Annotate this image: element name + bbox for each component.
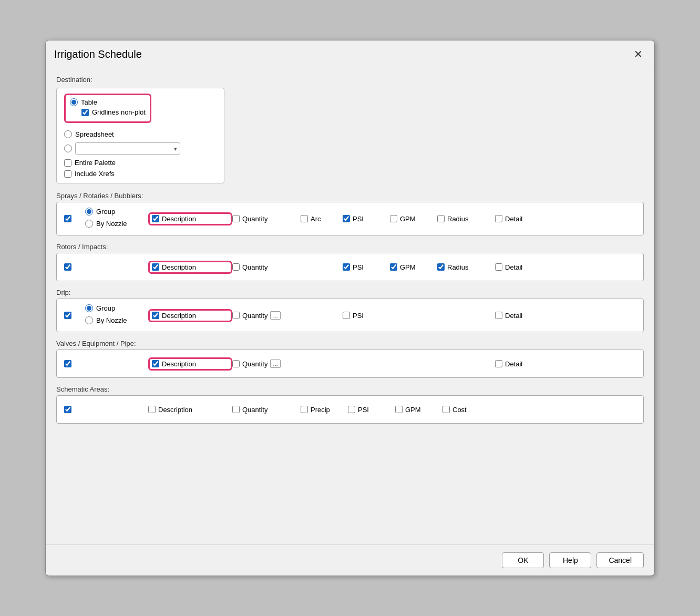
schematic-cost-checkbox[interactable] — [442, 406, 450, 413]
sprays-detail-col: Detail — [495, 215, 542, 223]
valves-detail-checkbox[interactable] — [495, 360, 502, 367]
sprays-psi-checkbox[interactable] — [343, 215, 350, 222]
schematic-cost-col: Cost — [442, 406, 490, 414]
ok-button[interactable]: OK — [502, 552, 544, 568]
schematic-precip-col: Precip — [301, 406, 348, 414]
entire-palette-label[interactable]: Entire Palette — [75, 159, 116, 167]
valves-description-checkbox[interactable] — [152, 360, 159, 367]
rotors-detail-label[interactable]: Detail — [505, 263, 522, 271]
rotors-detail-col: Detail — [495, 263, 542, 271]
drip-detail-checkbox[interactable] — [495, 312, 502, 319]
rotors-row: Description Quantity PSI GPM Radius — [57, 253, 643, 281]
sprays-description-checkbox[interactable] — [152, 215, 159, 222]
dest-dropdown[interactable] — [75, 142, 180, 155]
drip-quantity-label[interactable]: Quantity — [242, 312, 267, 320]
drip-quantity-col: Quantity ... — [232, 311, 301, 320]
rotors-psi-label[interactable]: PSI — [353, 263, 364, 271]
drip-nozzle-label[interactable]: By Nozzle — [96, 316, 127, 324]
schematic-gpm-label[interactable]: GPM — [405, 406, 421, 414]
sprays-nozzle-label[interactable]: By Nozzle — [96, 220, 127, 228]
schematic-description-label[interactable]: Description — [158, 406, 192, 414]
entire-palette-checkbox[interactable] — [64, 159, 71, 167]
rotors-description-checkbox[interactable] — [152, 263, 159, 271]
schematic-enabled-checkbox[interactable] — [64, 406, 71, 413]
sprays-enabled-checkbox[interactable] — [64, 215, 71, 222]
rotors-gpm-col: GPM — [390, 263, 437, 271]
schematic-quantity-checkbox[interactable] — [232, 406, 240, 413]
sprays-group-label[interactable]: Group — [96, 208, 115, 215]
schematic-enabled-col — [64, 406, 85, 413]
sprays-gpm-checkbox[interactable] — [390, 215, 397, 222]
rotors-gpm-checkbox[interactable] — [390, 263, 397, 271]
include-xrefs-label[interactable]: Include Xrefs — [75, 170, 115, 178]
sprays-quantity-checkbox[interactable] — [232, 215, 240, 222]
sprays-arc-label[interactable]: Arc — [311, 215, 321, 223]
rotors-detail-checkbox[interactable] — [495, 263, 502, 271]
schematic-psi-checkbox[interactable] — [348, 406, 355, 413]
valves-enabled-checkbox[interactable] — [64, 360, 71, 367]
sprays-gpm-label[interactable]: GPM — [400, 215, 416, 223]
schematic-precip-label[interactable]: Precip — [311, 406, 330, 414]
schematic-quantity-label[interactable]: Quantity — [242, 406, 267, 414]
sprays-group-radio[interactable] — [85, 208, 93, 215]
drip-enabled-col — [64, 312, 85, 319]
close-button[interactable]: ✕ — [631, 47, 646, 61]
sprays-row: Group By Nozzle Description Quantity — [57, 202, 643, 235]
sprays-detail-label[interactable]: Detail — [505, 215, 522, 223]
help-button[interactable]: Help — [549, 552, 591, 568]
sprays-detail-checkbox[interactable] — [495, 215, 502, 222]
table-radio-row: Table — [70, 98, 146, 106]
sprays-quantity-label[interactable]: Quantity — [242, 215, 267, 223]
drip-psi-checkbox[interactable] — [343, 312, 350, 319]
rotors-gpm-label[interactable]: GPM — [400, 263, 416, 271]
spreadsheet-label[interactable]: Spreadsheet — [75, 130, 114, 138]
schematic-cost-label[interactable]: Cost — [452, 406, 467, 414]
rotors-quantity-label[interactable]: Quantity — [242, 263, 267, 271]
drip-quantity-dots-button[interactable]: ... — [270, 311, 280, 320]
cancel-button[interactable]: Cancel — [596, 552, 644, 568]
schematic-description-checkbox[interactable] — [148, 406, 156, 413]
sprays-radius-checkbox[interactable] — [437, 215, 445, 222]
dialog-footer: OK Help Cancel — [46, 545, 654, 576]
drip-description-checkbox[interactable] — [152, 312, 159, 319]
valves-quantity-label[interactable]: Quantity — [242, 360, 267, 368]
sprays-nozzle-radio[interactable] — [85, 220, 93, 228]
valves-quantity-dots-button[interactable]: ... — [270, 360, 280, 368]
drip-group-label[interactable]: Group — [96, 304, 115, 312]
schematic-precip-checkbox[interactable] — [301, 406, 308, 413]
rotors-section-label: Rotors / Impacts: — [56, 243, 644, 251]
drip-group-col: Group By Nozzle — [85, 304, 148, 326]
schematic-psi-col: PSI — [348, 406, 395, 414]
drip-section-label: Drip: — [56, 289, 644, 296]
rotors-enabled-checkbox[interactable] — [64, 263, 71, 271]
rotors-radius-label[interactable]: Radius — [447, 263, 468, 271]
rotors-description-label[interactable]: Description — [162, 263, 196, 271]
drip-psi-col: PSI — [343, 312, 390, 320]
drip-enabled-checkbox[interactable] — [64, 312, 71, 319]
drip-quantity-checkbox[interactable] — [232, 312, 240, 319]
rotors-quantity-checkbox[interactable] — [232, 263, 240, 271]
table-label[interactable]: Table — [81, 98, 97, 106]
valves-quantity-checkbox[interactable] — [232, 360, 240, 367]
sprays-arc-checkbox[interactable] — [301, 215, 308, 222]
sprays-description-label[interactable]: Description — [162, 215, 196, 223]
third-radio[interactable] — [64, 145, 72, 152]
sprays-psi-label[interactable]: PSI — [353, 215, 364, 223]
include-xrefs-checkbox[interactable] — [64, 170, 71, 178]
drip-description-label[interactable]: Description — [162, 312, 196, 320]
gridlines-label[interactable]: Gridlines non-plot — [92, 108, 146, 116]
drip-psi-label[interactable]: PSI — [353, 312, 364, 320]
rotors-psi-checkbox[interactable] — [343, 263, 350, 271]
drip-group-radio[interactable] — [85, 304, 93, 312]
spreadsheet-radio[interactable] — [64, 130, 72, 138]
table-radio[interactable] — [70, 98, 78, 106]
drip-detail-label[interactable]: Detail — [505, 312, 522, 320]
gridlines-checkbox[interactable] — [81, 109, 89, 116]
schematic-psi-label[interactable]: PSI — [358, 406, 369, 414]
drip-nozzle-radio[interactable] — [85, 316, 93, 324]
valves-description-label[interactable]: Description — [162, 360, 196, 368]
valves-detail-label[interactable]: Detail — [505, 360, 522, 368]
rotors-radius-checkbox[interactable] — [437, 263, 445, 271]
sprays-radius-label[interactable]: Radius — [447, 215, 468, 223]
schematic-gpm-checkbox[interactable] — [395, 406, 403, 413]
